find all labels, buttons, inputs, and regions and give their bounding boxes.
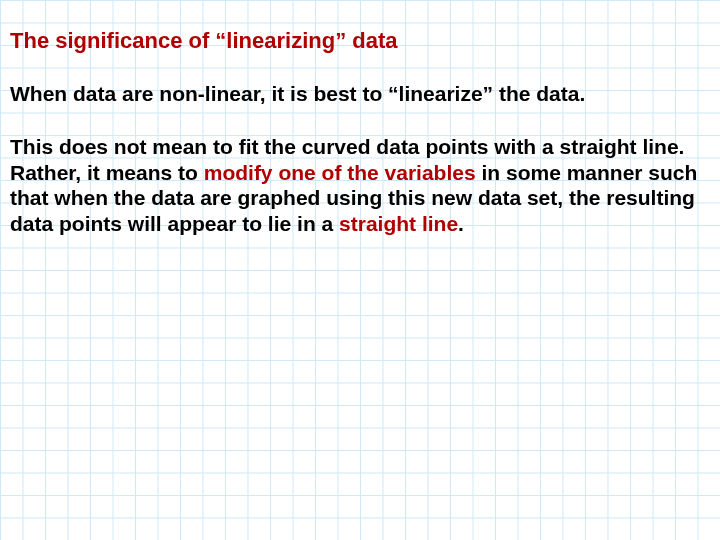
slide-title: The significance of “linearizing” data bbox=[10, 28, 710, 54]
emphasis-straight-line: straight line bbox=[339, 212, 458, 235]
body-paragraph: This does not mean to fit the curved dat… bbox=[10, 134, 710, 236]
intro-line: When data are non-linear, it is best to … bbox=[10, 82, 710, 106]
emphasis-modify: modify one of the variables bbox=[204, 161, 476, 184]
slide-content: The significance of “linearizing” data W… bbox=[0, 0, 720, 236]
body-text-3: . bbox=[458, 212, 464, 235]
